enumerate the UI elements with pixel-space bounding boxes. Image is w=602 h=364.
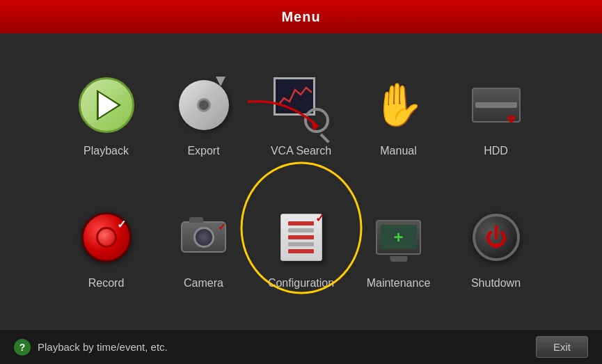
vca-search-icon-container bbox=[270, 74, 333, 136]
vca-search-label: VCA Search bbox=[271, 145, 331, 157]
export-label: Export bbox=[187, 145, 219, 157]
menu-item-export[interactable]: Export bbox=[155, 49, 253, 182]
record-icon: ✓ bbox=[79, 209, 134, 265]
vca-graph bbox=[277, 84, 312, 109]
footer-help-text: Playback by time/event, etc. bbox=[38, 341, 168, 353]
power-button: ⏻ bbox=[473, 214, 520, 261]
menu-item-hdd[interactable]: ☢ HDD bbox=[447, 49, 545, 182]
camera-top bbox=[189, 217, 203, 223]
menu-item-camera[interactable]: ✓ Camera bbox=[155, 182, 253, 314]
page-title: Menu bbox=[281, 9, 320, 25]
config-line-5 bbox=[288, 249, 315, 253]
export-icon-container bbox=[173, 74, 235, 136]
maintenance-icon-container: + bbox=[367, 206, 430, 269]
config-line-3 bbox=[288, 235, 315, 239]
menu-item-record[interactable]: ✓ Record bbox=[58, 182, 155, 314]
hdd-icon-container: ☢ bbox=[465, 74, 528, 136]
camera-icon-container: ✓ bbox=[173, 206, 235, 269]
camera-lens bbox=[193, 227, 214, 248]
header: Menu bbox=[0, 0, 602, 33]
exit-button[interactable]: Exit bbox=[536, 336, 588, 358]
maintenance-icon: + bbox=[371, 209, 427, 265]
disc-outer bbox=[179, 80, 229, 130]
hand-symbol: ✋ bbox=[372, 84, 425, 126]
maintenance-label: Maintenance bbox=[367, 277, 431, 290]
hdd-body: ☢ bbox=[472, 88, 521, 122]
configuration-icon: ✓ bbox=[274, 209, 329, 265]
camera-checkmark: ✓ bbox=[218, 221, 226, 232]
monitor-cross: + bbox=[393, 228, 403, 247]
menu-grid: Playback Export bbox=[58, 49, 545, 314]
vca-search-icon bbox=[274, 77, 329, 133]
search-circle bbox=[304, 108, 329, 133]
footer-left: ? Playback by time/event, etc. bbox=[14, 339, 168, 356]
monitor-stand bbox=[390, 256, 407, 262]
monitor-wrapper: + bbox=[376, 220, 421, 255]
shutdown-icon-container: ⏻ bbox=[465, 206, 528, 269]
config-doc: ✓ bbox=[280, 214, 322, 261]
manual-icon-container: ✋ bbox=[367, 74, 430, 136]
hdd-stripe bbox=[475, 102, 517, 108]
playback-icon bbox=[79, 77, 134, 133]
main-content: Playback Export bbox=[0, 33, 602, 329]
playback-arrow bbox=[98, 93, 118, 118]
playback-label: Playback bbox=[84, 145, 129, 157]
footer: ? Playback by time/event, etc. Exit bbox=[0, 329, 602, 364]
power-symbol: ⏻ bbox=[485, 226, 507, 248]
record-button: ✓ bbox=[81, 212, 132, 262]
config-line-1 bbox=[288, 221, 315, 225]
shutdown-label: Shutdown bbox=[471, 277, 521, 290]
record-inner bbox=[96, 227, 117, 248]
record-label: Record bbox=[88, 277, 125, 290]
camera-label: Camera bbox=[184, 277, 223, 290]
playback-icon-container bbox=[75, 74, 138, 136]
record-checkmark: ✓ bbox=[117, 218, 126, 231]
configuration-label: Configuration bbox=[268, 277, 334, 290]
search-handle bbox=[319, 133, 329, 143]
camera-icon: ✓ bbox=[176, 209, 232, 265]
manual-label: Manual bbox=[380, 145, 416, 157]
menu-item-manual[interactable]: ✋ Manual bbox=[350, 49, 447, 182]
manual-icon: ✋ bbox=[371, 77, 427, 133]
hdd-icon: ☢ bbox=[468, 77, 524, 133]
hdd-label: HDD bbox=[484, 145, 508, 157]
hdd-symbol: ☢ bbox=[507, 113, 516, 125]
shutdown-icon: ⏻ bbox=[468, 209, 524, 265]
menu-item-shutdown[interactable]: ⏻ Shutdown bbox=[447, 182, 545, 314]
menu-item-configuration[interactable]: ✓ Configuration bbox=[253, 182, 350, 314]
monitor-screen: + bbox=[381, 225, 417, 249]
vca-box bbox=[274, 77, 315, 116]
config-checkmark: ✓ bbox=[315, 212, 324, 225]
config-line-4 bbox=[288, 242, 315, 246]
disc-inner bbox=[197, 98, 211, 112]
camera-body: ✓ bbox=[181, 221, 226, 253]
record-icon-container: ✓ bbox=[75, 206, 138, 269]
monitor-body: + bbox=[376, 220, 421, 255]
export-icon bbox=[176, 77, 232, 133]
help-icon: ? bbox=[14, 339, 31, 356]
menu-item-maintenance[interactable]: + Maintenance bbox=[350, 182, 447, 314]
menu-item-playback[interactable]: Playback bbox=[58, 49, 155, 182]
config-line-2 bbox=[288, 228, 315, 232]
menu-item-vca-search[interactable]: VCA Search bbox=[253, 49, 350, 182]
configuration-icon-container: ✓ bbox=[270, 206, 333, 269]
